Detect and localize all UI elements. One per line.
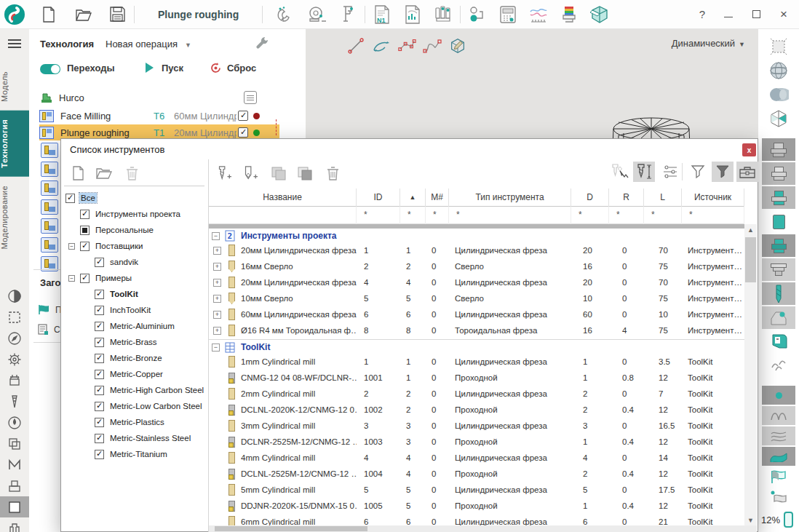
start-label[interactable]: Пуск [162, 63, 183, 74]
tab-technology[interactable]: Технология [0, 111, 29, 177]
column-header[interactable]: L [644, 188, 682, 207]
tool-row[interactable]: DCLNL-2525M-12/CNMG-12 …100440Проходной2… [209, 466, 744, 482]
filter-cell[interactable]: * [682, 207, 744, 224]
column-header[interactable]: Тип инструмента [449, 188, 571, 207]
library-tree-item[interactable]: Metric-Bronze [64, 350, 207, 366]
tree-collapse-icon[interactable]: − [68, 275, 75, 282]
operation-icon[interactable] [41, 237, 58, 253]
stepped-cone-icon[interactable] [762, 258, 795, 281]
filter-cell[interactable]: * [609, 207, 644, 224]
holder-gray-icon[interactable] [762, 138, 795, 161]
library-checkbox[interactable] [95, 354, 104, 363]
tool-row[interactable]: +Ø16 R4 мм Тороидальная ф…880Тороидальна… [209, 322, 744, 338]
library-tree-item[interactable]: Metric-Plastics [64, 414, 207, 430]
tool-row[interactable]: +20мм Цилиндрическая фреза440Цилиндричес… [209, 274, 744, 290]
view-mode-dropdown[interactable]: Динамический▼ [672, 38, 745, 49]
flag-point-icon[interactable] [762, 488, 795, 507]
tool-row[interactable]: +16мм Сверло220Сверло16075Инструмент… [209, 258, 744, 274]
library-tree-item[interactable]: Инструменты проекта [64, 206, 207, 222]
group-collapse-icon[interactable]: − [212, 344, 220, 352]
library-tree-item[interactable]: Metric-Titanium [64, 446, 207, 462]
operation-icon[interactable] [41, 162, 58, 177]
tool-rack-button[interactable] [434, 5, 453, 24]
filter-button[interactable] [687, 162, 709, 182]
library-checkbox[interactable] [95, 290, 104, 299]
surface-wave-icon[interactable] [762, 447, 795, 466]
operation-icon[interactable] [41, 180, 58, 196]
snap-magnet-button[interactable] [276, 5, 295, 24]
isometric-view-icon[interactable] [762, 107, 795, 130]
settings-gear-icon[interactable] [0, 349, 29, 370]
library-checkbox[interactable] [95, 450, 104, 459]
cylinder-tool-selected-icon[interactable] [762, 210, 795, 233]
tool-group-row[interactable]: −2Инструменты проекта [209, 229, 744, 242]
scrollbar-thumb[interactable] [745, 237, 756, 282]
row-expand-icon[interactable]: + [213, 279, 221, 287]
new-operation-dropdown[interactable]: Новая операция▼ [106, 39, 191, 49]
ribbed-block-icon[interactable] [0, 517, 29, 532]
add-mill-tool-button[interactable] [215, 165, 231, 181]
tool-row[interactable]: +60мм Цилиндрическая фреза660Цилиндричес… [209, 306, 744, 322]
library-tree-item[interactable]: −Поставщики [64, 238, 207, 254]
transitions-toggle[interactable] [40, 64, 60, 74]
holder-teal-top-icon[interactable] [762, 186, 795, 209]
copy-tool-button[interactable] [271, 165, 287, 181]
macro-icon[interactable] [0, 454, 29, 475]
hatch-pattern-icon[interactable] [762, 354, 795, 377]
tool-row[interactable]: 2mm Cylindrical mill220Цилиндрическая фр… [209, 386, 744, 402]
tool-row[interactable]: DCLNL-2020K-12/CNMG-12 0…100220Проходной… [209, 402, 744, 418]
library-checkbox[interactable] [80, 226, 90, 235]
reset-label[interactable]: Сброс [227, 63, 256, 74]
sort-ascending-icon[interactable]: ▲ [400, 188, 426, 207]
operation-icon[interactable] [41, 199, 58, 215]
plain-square-icon[interactable] [0, 496, 29, 517]
layers-icon[interactable] [0, 433, 29, 454]
multi-wave-icon[interactable] [762, 426, 795, 445]
simulation-box-button[interactable] [590, 5, 609, 24]
help-button[interactable]: ? [691, 4, 713, 25]
selection-box-icon[interactable] [0, 306, 29, 327]
contrast-icon[interactable] [0, 285, 29, 306]
add-turn-tool-button[interactable] [242, 165, 258, 181]
library-tree-item[interactable]: InchToolKit [64, 302, 207, 318]
workpiece-setup-icon[interactable] [0, 370, 29, 391]
start-play-icon[interactable] [146, 63, 154, 73]
tool-dimensions-button[interactable] [633, 162, 655, 182]
library-tree-item[interactable]: Все [64, 190, 207, 206]
draw-arc-icon[interactable] [372, 36, 391, 55]
graphs-button[interactable] [529, 5, 548, 24]
library-tree-item[interactable]: Персональные [64, 222, 207, 238]
tape-measure-button[interactable] [308, 5, 327, 24]
tool-group-row[interactable]: −ToolKit [209, 341, 744, 354]
tab-model[interactable]: Модель [0, 63, 29, 111]
toolbox-button[interactable] [736, 162, 758, 182]
library-checkbox[interactable] [80, 274, 90, 283]
row-expand-icon[interactable]: + [213, 327, 221, 335]
copy-to-library-button[interactable] [297, 165, 313, 181]
operation-icon[interactable] [41, 218, 58, 234]
scroll-up-button[interactable]: ▲ [744, 224, 757, 236]
filter-cell[interactable]: * [644, 207, 682, 224]
drill-bit-icon[interactable] [762, 282, 795, 305]
delete-tool-button[interactable] [325, 165, 341, 181]
scrollbar-thumb[interactable] [215, 526, 367, 531]
tool-row[interactable]: DCLNR-2525M-12/CNMG-12 …100330Проходной1… [209, 434, 744, 450]
row-expand-icon[interactable]: + [213, 247, 221, 255]
edit-sketch-plane-icon[interactable] [448, 36, 467, 55]
draw-spline-icon[interactable] [423, 36, 442, 55]
report-button[interactable] [403, 5, 422, 24]
operation-icon[interactable] [41, 143, 58, 158]
flag-teal-icon[interactable] [762, 467, 795, 486]
library-tree-item[interactable]: ToolKit [64, 286, 207, 302]
holder-light-icon[interactable] [762, 162, 795, 185]
tool-row[interactable]: 4mm Cylindrical mill440Цилиндрическая фр… [209, 450, 744, 466]
dialog-close-button[interactable]: x [742, 143, 756, 156]
draw-line-icon[interactable] [346, 36, 365, 55]
filter-cell[interactable]: * [400, 207, 426, 224]
row-expand-icon[interactable]: + [213, 263, 221, 271]
column-header[interactable]: Название [209, 188, 357, 207]
new-project-button[interactable] [39, 5, 58, 24]
pick-tool-button[interactable] [608, 162, 630, 182]
delete-library-button[interactable] [124, 165, 140, 181]
tool-row[interactable]: 1mm Cylindrical mill110Цилиндрическая фр… [209, 354, 744, 370]
